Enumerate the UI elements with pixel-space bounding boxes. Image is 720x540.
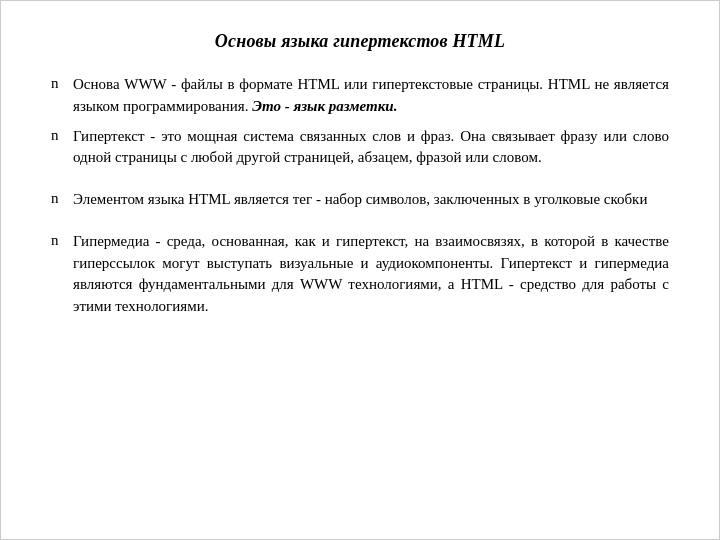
bullet-symbol: n [51,189,73,207]
bullet-symbol: n [51,126,73,144]
content-area: n Основа WWW - файлы в формате HTML или … [51,74,669,326]
list-item: n Основа WWW - файлы в формате HTML или … [51,74,669,118]
bullet-text-1: Основа WWW - файлы в формате HTML или ги… [73,74,669,118]
spacer [51,177,669,189]
italic-text-1: Это - язык разметки. [252,98,397,114]
list-item: n Гипермедиа - среда, основанная, как и … [51,231,669,318]
bullet-text-4: Гипермедиа - среда, основанная, как и ги… [73,231,669,318]
page-title: Основы языка гипертекстов HTML [51,31,669,52]
bullet-text-2: Гипертекст - это мощная система связанны… [73,126,669,170]
page: Основы языка гипертекстов HTML n Основа … [0,0,720,540]
list-item: n Элементом языка HTML является тег - на… [51,189,669,211]
list-item: n Гипертекст - это мощная система связан… [51,126,669,170]
bullet-symbol: n [51,74,73,92]
bullet-symbol: n [51,231,73,249]
spacer [51,219,669,231]
bullet-text-3: Элементом языка HTML является тег - набо… [73,189,669,211]
